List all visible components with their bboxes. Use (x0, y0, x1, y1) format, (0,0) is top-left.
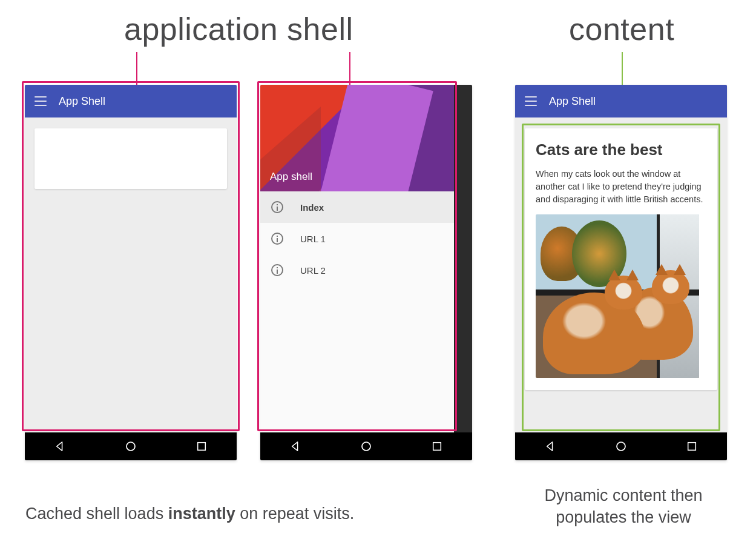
home-icon[interactable] (360, 440, 373, 453)
content-image (536, 214, 699, 378)
drawer-item-index[interactable]: Index (260, 191, 454, 223)
svg-rect-1 (197, 443, 205, 451)
menu-icon[interactable] (525, 96, 537, 106)
connector-left-pink (136, 52, 137, 85)
drawer-header-label: App shell (270, 171, 312, 183)
phone-body (25, 117, 237, 438)
drawer-item-label: Index (300, 202, 324, 213)
phone-body: Cats are the best When my cats look out … (515, 117, 727, 438)
home-icon[interactable] (124, 440, 137, 453)
app-bar: App Shell (515, 85, 727, 117)
svg-point-4 (617, 442, 625, 451)
phone-shell-drawer: App shell Index URL 1 URL 2 (260, 85, 472, 460)
drawer-item-label: URL 1 (300, 234, 326, 244)
caption-content: Dynamic content then populates the view (514, 485, 732, 529)
drawer-item-label: URL 2 (300, 265, 326, 276)
info-icon (271, 233, 283, 245)
android-nav-bar (515, 432, 727, 460)
drawer-item-url1[interactable]: URL 1 (260, 223, 454, 254)
empty-content-card (35, 128, 227, 189)
heading-app-shell: application shell (124, 11, 353, 47)
back-icon[interactable] (544, 440, 557, 453)
phone-shell-empty: App Shell (25, 85, 237, 460)
app-title: App Shell (549, 95, 596, 108)
recent-icon[interactable] (430, 440, 444, 453)
content-body: When my cats look out the window at anot… (536, 168, 706, 206)
android-nav-bar (260, 432, 472, 460)
heading-content: content (569, 11, 674, 47)
app-bar: App Shell (25, 85, 237, 117)
home-icon[interactable] (614, 440, 628, 453)
drawer-header: App shell (260, 85, 454, 191)
scrim-strip (454, 85, 472, 432)
svg-rect-3 (433, 443, 441, 451)
phone-content: App Shell Cats are the best When my cats… (515, 85, 727, 460)
drawer-list: Index URL 1 URL 2 (260, 191, 454, 432)
menu-icon[interactable] (35, 96, 47, 106)
svg-point-0 (127, 442, 135, 451)
caption-shell: Cached shell loads instantly on repeat v… (25, 503, 354, 524)
content-card: Cats are the best When my cats look out … (525, 128, 717, 390)
app-title: App Shell (59, 95, 105, 108)
recent-icon[interactable] (195, 440, 208, 453)
content-title: Cats are the best (536, 141, 706, 159)
svg-point-2 (362, 442, 370, 451)
drawer-item-url2[interactable]: URL 2 (260, 254, 454, 286)
android-nav-bar (25, 432, 237, 460)
recent-icon[interactable] (685, 440, 698, 453)
nav-drawer: App shell Index URL 1 URL 2 (260, 85, 454, 432)
svg-rect-5 (688, 443, 695, 451)
back-icon[interactable] (289, 440, 302, 453)
connector-right-pink (349, 52, 350, 85)
info-icon (271, 201, 283, 213)
back-icon[interactable] (53, 440, 67, 453)
info-icon (271, 264, 283, 276)
